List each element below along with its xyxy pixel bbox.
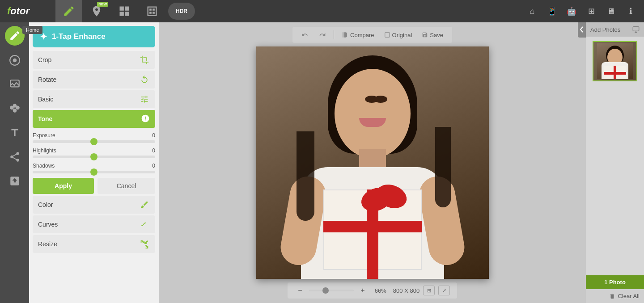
shadows-track[interactable] [33, 171, 155, 173]
basic-icon [139, 94, 150, 105]
top-bar: fotor NEW HDR ⌂ 📱 🤖 ⊞ 🖥 ℹ [0, 0, 644, 22]
cancel-button[interactable]: Cancel [97, 178, 155, 194]
undo-button[interactable] [298, 29, 312, 40]
top-tool-hdr[interactable]: HDR [168, 3, 195, 20]
exposure-label: Exposure [33, 132, 55, 139]
tools-panel: ✦ 1-Tap Enhance Crop Rotate Basic [29, 22, 159, 303]
exposure-thumb[interactable] [90, 138, 97, 145]
sidebar-text-icon[interactable] [4, 122, 26, 144]
svg-point-1 [13, 59, 17, 63]
windows-icon[interactable]: ⊞ [583, 3, 599, 19]
top-tool-collage[interactable] [111, 0, 138, 22]
tone-section: Tone Exposure 0 Highlights 0 [33, 110, 155, 194]
curves-label: Curves [38, 221, 58, 228]
zoom-slider[interactable] [309, 290, 354, 291]
highlights-track[interactable] [33, 156, 155, 158]
rotate-icon [139, 74, 150, 85]
add-photos-header: Add Photos [586, 22, 644, 37]
tone-settings-icon [141, 114, 150, 124]
collapse-panel-button[interactable] [578, 22, 586, 38]
top-tool-design[interactable] [139, 0, 165, 22]
shadows-label: Shadows [33, 163, 55, 169]
new-badge: NEW [97, 2, 108, 7]
resize-label: Resize [38, 240, 57, 248]
compare-button[interactable]: Compare [339, 30, 377, 40]
compare-label: Compare [350, 32, 374, 38]
right-panel: Add Photos [586, 22, 644, 303]
image-container [163, 43, 581, 282]
trash-icon [609, 293, 615, 299]
image-dimensions: 800 X 800 [393, 287, 419, 294]
fit-view-button[interactable]: ⊞ [423, 286, 435, 295]
top-tools: NEW HDR [54, 0, 195, 22]
basic-tool-row[interactable]: Basic [33, 90, 155, 108]
sidebar-flower-icon[interactable] [4, 97, 26, 120]
rotate-tool-row[interactable]: Rotate [33, 71, 155, 88]
curves-tool-row[interactable]: Curves [33, 215, 155, 233]
sidebar-edit-icon[interactable] [5, 26, 25, 46]
bottom-controls: − + 66% 800 X 800 ⊞ ⤢ [288, 282, 457, 299]
sidebar-scene-icon[interactable] [4, 73, 26, 96]
zoom-in-button[interactable]: + [357, 285, 368, 296]
color-icon [139, 199, 150, 210]
resize-tool-row[interactable]: Resize [33, 235, 155, 253]
photo-thumbnail[interactable] [593, 41, 637, 81]
top-controls: Compare Original Save [292, 27, 452, 43]
canvas-width: 800 [393, 287, 403, 294]
svg-rect-3 [385, 33, 390, 38]
thumb-inner [593, 42, 636, 80]
clear-all-row[interactable]: Clear All [586, 289, 644, 303]
apply-button[interactable]: Apply [33, 178, 94, 194]
main-content: Home ✦ 1-Tap Enhance Crop [0, 22, 644, 303]
sidebar-beauty-icon[interactable] [4, 49, 26, 72]
home-tooltip: Home [22, 26, 42, 34]
highlights-thumb[interactable] [90, 153, 97, 160]
original-button[interactable]: Original [381, 30, 416, 40]
sidebar-share-icon[interactable] [4, 146, 26, 168]
curves-icon [139, 219, 150, 230]
clear-all-label: Clear All [618, 293, 640, 299]
one-tap-enhance-button[interactable]: ✦ 1-Tap Enhance [33, 26, 155, 47]
tone-header[interactable]: Tone [33, 110, 155, 128]
top-tool-edit[interactable] [55, 0, 82, 22]
rotate-label: Rotate [38, 76, 56, 83]
right-panel-footer: 1 Photo Clear All [586, 275, 644, 303]
zoom-thumb[interactable] [322, 287, 329, 294]
home-icon[interactable]: ⌂ [524, 3, 540, 19]
sidebar-export-icon[interactable] [4, 170, 26, 192]
dimensions-x: X [404, 287, 408, 294]
hdr-label: HDR [176, 8, 187, 14]
monitor-icon[interactable]: 🖥 [603, 3, 619, 19]
android-icon[interactable]: 🤖 [564, 3, 580, 19]
highlights-slider-group: Highlights 0 [33, 147, 155, 158]
add-photos-label: Add Photos [590, 26, 620, 33]
photo-count: 1 Photo [586, 275, 644, 289]
fullscreen-button[interactable]: ⤢ [438, 286, 450, 295]
one-tap-label: 1-Tap Enhance [52, 32, 106, 41]
left-sidebar: Home [0, 22, 29, 303]
top-right-icons: ⌂ 📱 🤖 ⊞ 🖥 ℹ [524, 3, 644, 19]
original-label: Original [392, 32, 412, 38]
highlights-label: Highlights [33, 147, 56, 154]
highlights-value: 0 [152, 147, 155, 154]
canvas-height: 800 [410, 287, 419, 294]
svg-rect-4 [633, 27, 639, 31]
top-tool-beauty[interactable]: NEW [83, 0, 110, 22]
zoom-out-button[interactable]: − [295, 285, 305, 296]
right-panel-inner: Add Photos [586, 22, 644, 275]
info-icon[interactable]: ℹ [623, 3, 639, 19]
canvas-area: Compare Original Save [159, 22, 586, 303]
shadows-thumb[interactable] [90, 168, 97, 176]
phone-icon[interactable]: 📱 [544, 3, 560, 19]
crop-label: Crop [38, 56, 51, 63]
shadows-value: 0 [152, 163, 155, 169]
redo-button[interactable] [315, 29, 329, 40]
photo-background [256, 46, 489, 279]
color-tool-row[interactable]: Color [33, 196, 155, 214]
tone-label: Tone [38, 115, 52, 122]
exposure-track[interactable] [33, 140, 155, 143]
crop-tool-row[interactable]: Crop [33, 51, 155, 69]
color-label: Color [38, 201, 53, 208]
save-button[interactable]: Save [418, 30, 447, 40]
exposure-slider-group: Exposure 0 [33, 132, 155, 143]
